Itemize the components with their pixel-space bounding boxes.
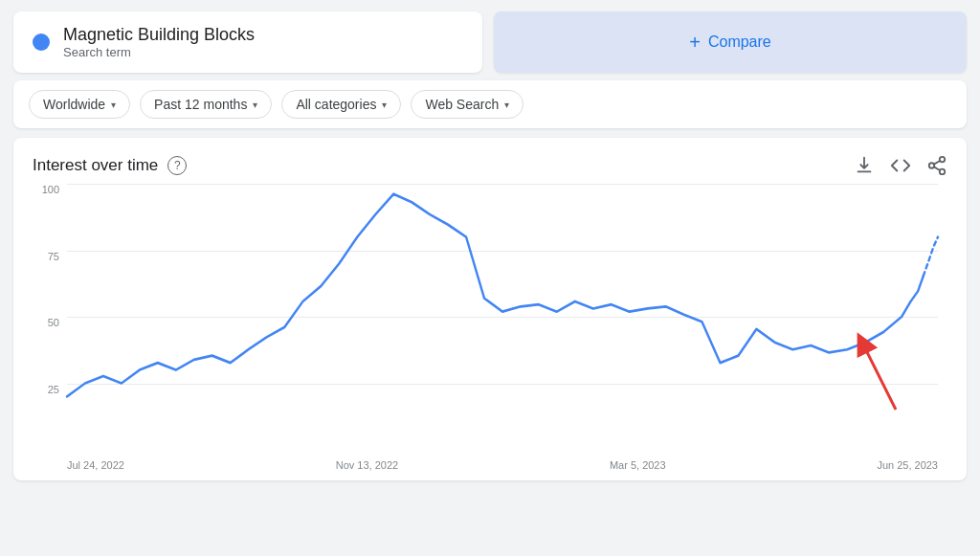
filter-worldwide[interactable]: Worldwide ▾ (29, 90, 130, 119)
chart-card: Interest over time ? (13, 138, 967, 480)
x-axis-labels: Jul 24, 2022 Nov 13, 2022 Mar 5, 2023 Ju… (67, 459, 938, 471)
compare-card[interactable]: + Compare (494, 11, 967, 73)
filter-worldwide-label: Worldwide (43, 97, 105, 112)
filter-websearch[interactable]: Web Search ▾ (411, 90, 523, 119)
chevron-down-icon: ▾ (504, 100, 509, 110)
filter-past12months-label: Past 12 months (154, 97, 247, 112)
svg-line-3 (934, 167, 940, 170)
y-label-50: 50 (33, 317, 59, 328)
chart-header: Interest over time ? (33, 155, 947, 176)
embed-icon[interactable] (890, 155, 911, 176)
x-label-jul2022: Jul 24, 2022 (67, 459, 124, 471)
chart-line-solid (67, 194, 924, 397)
y-label-75: 75 (33, 251, 59, 262)
filter-bar: Worldwide ▾ Past 12 months ▾ All categor… (13, 80, 967, 128)
chevron-down-icon: ▾ (382, 100, 387, 110)
svg-line-4 (934, 161, 940, 165)
chart-title-group: Interest over time ? (33, 156, 187, 175)
top-section: Magnetic Building Blocks Search term + C… (0, 0, 980, 80)
x-label-jun2023: Jun 25, 2023 (877, 459, 938, 471)
term-name: Magnetic Building Blocks (63, 25, 255, 45)
compare-plus: + (689, 32, 701, 54)
filter-past12months[interactable]: Past 12 months ▾ (140, 90, 272, 119)
chart-title: Interest over time (33, 156, 158, 175)
search-term-card: Magnetic Building Blocks Search term (13, 11, 482, 73)
chart-svg-container (67, 184, 938, 450)
term-label: Search term (63, 45, 255, 59)
chevron-down-icon: ▾ (253, 100, 257, 110)
y-label-100: 100 (33, 184, 59, 195)
search-term-text: Magnetic Building Blocks Search term (63, 25, 255, 59)
share-icon[interactable] (926, 155, 947, 176)
chart-area: 100 75 50 25 (33, 184, 947, 471)
filter-websearch-label: Web Search (425, 97, 499, 112)
search-term-dot (33, 33, 50, 51)
chart-actions (854, 155, 947, 176)
x-label-mar2023: Mar 5, 2023 (610, 459, 666, 471)
x-label-nov2022: Nov 13, 2022 (336, 459, 398, 471)
download-icon[interactable] (854, 155, 875, 176)
help-icon[interactable]: ? (167, 156, 187, 175)
interest-line-chart (67, 184, 938, 450)
y-axis: 100 75 50 25 (33, 184, 59, 471)
chart-line-dotted (924, 237, 938, 277)
chevron-down-icon: ▾ (111, 100, 116, 110)
filter-allcategories[interactable]: All categories ▾ (281, 90, 401, 119)
filter-allcategories-label: All categories (296, 97, 376, 112)
compare-label: Compare (708, 33, 771, 51)
y-label-25: 25 (33, 384, 59, 395)
